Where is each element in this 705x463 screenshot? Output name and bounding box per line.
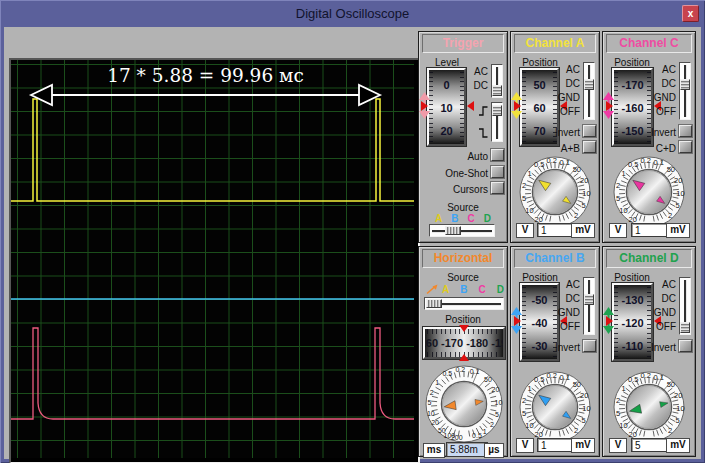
close-button[interactable]: x	[682, 5, 699, 22]
svg-text:10: 10	[676, 404, 684, 413]
channel-b-position-dial[interactable]: -50-40-30	[520, 283, 559, 361]
source-b-label: B	[460, 284, 467, 295]
horizontal-source-handle[interactable]	[426, 299, 442, 308]
svg-text:0.1: 0.1	[560, 158, 570, 167]
invert-label: Invert	[651, 342, 676, 353]
svg-text:10: 10	[495, 399, 503, 406]
mode-gnd-label: GND	[654, 307, 676, 318]
channel-c-position-dial[interactable]: -170-160-150	[612, 68, 653, 146]
unit-mv-chip: mV	[571, 438, 595, 453]
source-a-label: A	[435, 213, 442, 224]
channel-c-scale-knob[interactable]: 0.50.20.1125102050201052	[611, 152, 687, 230]
svg-text:0.5: 0.5	[442, 370, 452, 377]
position-marker-left-icon	[514, 316, 521, 326]
channel-d-mode-switch[interactable]	[679, 277, 691, 335]
channel-a-mode-switch[interactable]	[583, 62, 595, 120]
svg-text:5: 5	[522, 409, 526, 418]
level-marker-left-icon	[421, 101, 428, 111]
auto-label: Auto	[467, 151, 488, 162]
timebase-knob[interactable]: 0.50.20.11251020501002005020105210.5	[424, 361, 504, 445]
mode-off-label: OFF	[560, 106, 580, 117]
channel-b-scale-knob[interactable]: 0.50.20.1125102050201052	[517, 367, 593, 445]
svg-text:0.2: 0.2	[546, 156, 556, 165]
svg-text:1: 1	[527, 384, 531, 393]
svg-text:5: 5	[581, 201, 585, 210]
mode-off-label: OFF	[656, 321, 676, 332]
channel-a-scale-input[interactable]: 1	[537, 223, 575, 237]
edge-switch-handle[interactable]	[492, 105, 502, 116]
svg-text:200: 200	[451, 434, 463, 441]
coupling-dc-label: DC	[474, 80, 488, 91]
coupling-switch-handle[interactable]	[492, 85, 502, 96]
window-title: Digital Oscilloscope	[0, 0, 705, 27]
svg-text:1: 1	[621, 169, 625, 178]
svg-text:0.5: 0.5	[472, 432, 482, 439]
source-d-label: D	[484, 213, 491, 224]
position-label: Position	[610, 272, 654, 283]
mode-switch-handle[interactable]	[584, 294, 594, 305]
source-c-label: C	[468, 213, 475, 224]
timebase-value-input[interactable]: 5.88m	[446, 442, 488, 457]
svg-text:0.2: 0.2	[640, 371, 650, 380]
trigger-source-handle[interactable]	[445, 226, 461, 235]
svg-text:2: 2	[668, 426, 672, 435]
svg-text:5: 5	[581, 416, 585, 425]
svg-text:2: 2	[574, 211, 578, 220]
channel-b-mode-switch[interactable]	[583, 277, 595, 335]
oscilloscope-window: Digital Oscilloscope x 17 * 5.88 = 99.96…	[0, 0, 705, 463]
mode-switch-handle[interactable]	[680, 79, 690, 90]
channel-c-title: Channel C	[606, 34, 692, 53]
source-a-label: A	[442, 284, 449, 295]
cursors-button[interactable]	[491, 182, 504, 194]
mode-ac-label: AC	[662, 279, 676, 290]
mode-switch-handle[interactable]	[584, 79, 594, 90]
trigger-source-slider[interactable]	[429, 224, 495, 237]
svg-text:0.1: 0.1	[470, 368, 480, 375]
channel-a-position-dial[interactable]: 506070	[520, 68, 559, 146]
svg-text:50: 50	[667, 380, 675, 389]
invert-button[interactable]	[679, 125, 692, 137]
svg-text:0.5: 0.5	[534, 160, 544, 169]
svg-text:5: 5	[675, 201, 679, 210]
channel-d-scale-input[interactable]: 5	[631, 438, 669, 452]
svg-text:5: 5	[428, 399, 432, 406]
channel-b-scale-input[interactable]: 1	[537, 438, 575, 452]
channel-a-scale-knob[interactable]: 0.50.20.1125102050201052	[517, 152, 593, 230]
ramp-source-icon	[425, 284, 439, 295]
svg-text:20: 20	[580, 391, 588, 400]
rising-edge-icon	[478, 106, 488, 116]
scope-display: 17 * 5.88 = 99.96 мс	[9, 58, 420, 463]
svg-text:2: 2	[522, 181, 526, 190]
trigger-edge-switch[interactable]	[491, 102, 503, 142]
horizontal-source-slider[interactable]	[424, 297, 504, 310]
title-bar[interactable]: Digital Oscilloscope x	[0, 0, 705, 27]
invert-button[interactable]	[583, 340, 596, 352]
channel-c-mode-switch[interactable]	[679, 62, 691, 120]
trigger-level-dial[interactable]: 01020	[427, 68, 466, 146]
mode-ac-label: AC	[662, 64, 676, 75]
hposition-marker-top-icon	[459, 325, 469, 332]
trigger-panel-title: Trigger	[422, 34, 504, 53]
svg-text:20: 20	[674, 391, 682, 400]
channel-c-scale-input[interactable]: 1	[631, 223, 669, 237]
level-marker-right-icon	[467, 101, 474, 111]
invert-button[interactable]	[679, 340, 692, 352]
mode-dc-label: DC	[566, 78, 580, 89]
auto-button[interactable]	[491, 149, 504, 161]
svg-text:10: 10	[619, 206, 627, 215]
channel-d-position-dial[interactable]: -130-120-110	[612, 283, 653, 361]
invert-label: Invert	[651, 127, 676, 138]
mode-gnd-label: GND	[558, 307, 580, 318]
trigger-coupling-switch[interactable]	[491, 64, 503, 98]
svg-text:0.5: 0.5	[534, 375, 544, 384]
scope-waveform-canvas: 17 * 5.88 = 99.96 мс	[11, 60, 414, 458]
channel-d-scale-knob[interactable]: 0.50.20.1125102050201052	[611, 367, 687, 445]
one-shot-button[interactable]	[491, 166, 504, 178]
panel-channel-b: Channel B Position -50-40-30 AC DC GND O…	[510, 246, 600, 457]
mode-switch-handle[interactable]	[680, 322, 690, 333]
invert-button[interactable]	[583, 125, 596, 137]
unit-mv-chip: mV	[571, 223, 595, 238]
svg-text:1: 1	[483, 428, 487, 435]
svg-text:5: 5	[675, 416, 679, 425]
svg-text:17 * 5.88 = 99.96 мс: 17 * 5.88 = 99.96 мс	[107, 65, 304, 86]
